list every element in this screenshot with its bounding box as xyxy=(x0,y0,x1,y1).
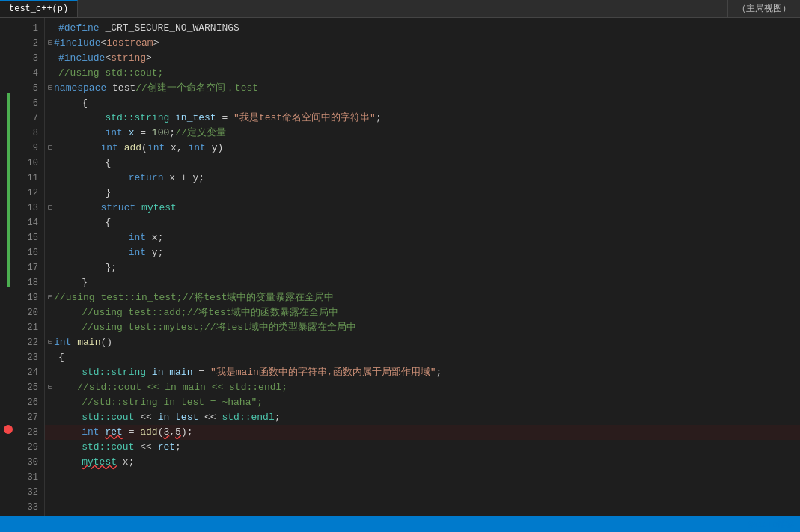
code-line-22: ⊟ int main() xyxy=(45,335,800,350)
gutter-5 xyxy=(0,78,16,93)
code-line-23: { xyxy=(45,350,800,365)
line-num-29: 29 xyxy=(19,440,38,455)
code-line-33 xyxy=(45,500,800,515)
line-numbers: 1 2 3 4 5 6 7 8 9 10 11 12 13 14 15 16 1… xyxy=(16,18,45,516)
gutter-12 xyxy=(0,183,16,198)
preprocessor-define: #define xyxy=(58,21,100,36)
tab-label: test_c++(p) xyxy=(9,4,68,14)
code-area: 1 2 3 4 5 6 7 8 9 10 11 12 13 14 15 16 1… xyxy=(0,18,800,516)
fold-placeholder-1 xyxy=(48,21,57,36)
gutter-6 xyxy=(0,93,16,108)
code-line-3: #include<string> xyxy=(45,51,800,66)
line-num-19: 19 xyxy=(19,290,38,305)
code-line-2: ⊟ #include<iostream> xyxy=(45,36,800,51)
code-line-15: int x; xyxy=(45,230,800,245)
active-tab[interactable]: test_c++(p) xyxy=(0,0,78,17)
gutter-16 xyxy=(0,242,16,257)
gutter-31 xyxy=(0,467,16,482)
line-num-17: 17 xyxy=(19,260,38,275)
gutter-1 xyxy=(0,18,16,33)
gutter-11 xyxy=(0,168,16,183)
line-num-23: 23 xyxy=(19,350,38,365)
code-line-6: { xyxy=(45,96,800,111)
code-line-7: std::string in_test = "我是test命名空间中的字符串"; xyxy=(45,111,800,126)
code-line-21: //using test::mytest;//将test域中的类型暴露在全局中 xyxy=(45,320,800,335)
gutter-20 xyxy=(0,302,16,317)
gutter-13 xyxy=(0,198,16,213)
code-line-28: int ret = add(3,5); xyxy=(45,425,800,440)
code-line-32 xyxy=(45,485,800,500)
code-line-26: //std::string in_test = ~haha"; xyxy=(45,395,800,410)
gutter-9 xyxy=(0,138,16,153)
line-num-30: 30 xyxy=(19,455,38,470)
gutter-25 xyxy=(0,377,16,392)
fold-icon-25[interactable]: ⊟ xyxy=(48,380,52,395)
status-bar: @51CTO博客 xyxy=(0,516,800,532)
line-num-15: 15 xyxy=(19,230,38,245)
line-num-3: 3 xyxy=(19,51,38,66)
code-line-24: std::string in_main = "我是main函数中的字符串,函数内… xyxy=(45,365,800,380)
fold-icon-5[interactable]: ⊟ xyxy=(48,81,52,96)
code-line-11: return x + y; xyxy=(45,171,800,186)
code-line-9: ⊟ int add(int x, int y) xyxy=(45,141,800,156)
code-line-8: int x = 100;//定义变量 xyxy=(45,126,800,141)
gutter-15 xyxy=(0,227,16,242)
line-num-2: 2 xyxy=(19,36,38,51)
line-num-18: 18 xyxy=(19,275,38,290)
line-num-6: 6 xyxy=(19,96,38,111)
code-line-20: //using test::add;//将test域中的函数暴露在全局中 xyxy=(45,305,800,320)
line-num-28: 28 xyxy=(19,425,38,440)
gutter-8 xyxy=(0,123,16,138)
line-num-9: 9 xyxy=(19,141,38,156)
tab-bar: test_c++(p) （主局视图） xyxy=(0,0,800,18)
gutter-17 xyxy=(0,257,16,272)
gutter-2 xyxy=(0,33,16,48)
line-num-22: 22 xyxy=(19,335,38,350)
code-line-18: } xyxy=(45,275,800,290)
fold-icon-9[interactable]: ⊟ xyxy=(48,141,52,156)
code-line-25: ⊟ //std::cout << in_main << std::endl; xyxy=(45,380,800,395)
gutter-28 xyxy=(0,422,16,437)
code-line-31 xyxy=(45,470,800,485)
code-line-19: ⊟ //using test::in_test;//将test域中的变量暴露在全… xyxy=(45,290,800,305)
line-num-8: 8 xyxy=(19,126,38,141)
code-line-17: }; xyxy=(45,260,800,275)
line-num-10: 10 xyxy=(19,156,38,171)
line-num-5: 5 xyxy=(19,81,38,96)
line-num-32: 32 xyxy=(19,485,38,500)
line-num-4: 4 xyxy=(19,66,38,81)
line-num-27: 27 xyxy=(19,410,38,425)
line-num-7: 7 xyxy=(19,111,38,126)
gutter-21 xyxy=(0,317,16,332)
code-line-16: int y; xyxy=(45,245,800,260)
code-line-12: } xyxy=(45,186,800,201)
watermark-label: @51CTO博客 xyxy=(748,519,794,530)
code-line-27: std::cout << in_test << std::endl; xyxy=(45,410,800,425)
fold-icon-22[interactable]: ⊟ xyxy=(48,335,52,350)
gutter-24 xyxy=(0,362,16,377)
line-num-33: 33 xyxy=(19,500,38,515)
line-num-13: 13 xyxy=(19,201,38,215)
gutter-3 xyxy=(0,48,16,63)
fold-icon-19[interactable]: ⊟ xyxy=(48,290,52,305)
code-line-30: mytest x; xyxy=(45,455,800,470)
gutter-22 xyxy=(0,332,16,347)
gutter-4 xyxy=(0,63,16,78)
fold-icon-13[interactable]: ⊟ xyxy=(48,201,52,215)
gutter-30 xyxy=(0,452,16,467)
line-num-1: 1 xyxy=(19,21,38,36)
code-line-13: ⊟ struct mytest xyxy=(45,201,800,215)
code-line-29: std::cout << ret; xyxy=(45,440,800,455)
gutter-7 xyxy=(0,108,16,123)
gutter-14 xyxy=(0,213,16,227)
gutter xyxy=(0,18,16,516)
code-line-1: #define _CRT_SECURE_NO_WARNINGS xyxy=(45,21,800,36)
gutter-18 xyxy=(0,272,16,287)
line-num-20: 20 xyxy=(19,305,38,320)
fold-placeholder-3 xyxy=(48,51,57,66)
line-num-12: 12 xyxy=(19,186,38,201)
gutter-26 xyxy=(0,392,16,407)
line-num-16: 16 xyxy=(19,245,38,260)
fold-icon-2[interactable]: ⊟ xyxy=(48,36,52,51)
code-content[interactable]: #define _CRT_SECURE_NO_WARNINGS ⊟ #inclu… xyxy=(45,18,800,516)
